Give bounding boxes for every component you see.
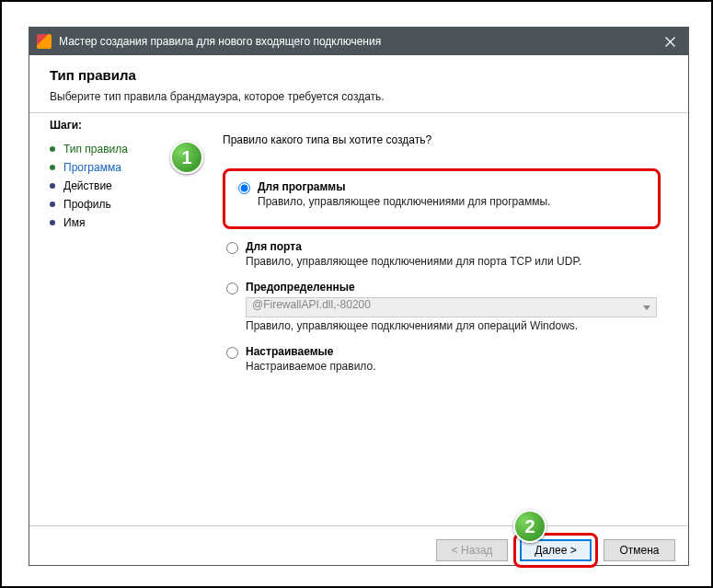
body: Шаги: Тип правила Программа Действие Про…	[29, 113, 688, 525]
wizard-window: Мастер создания правила для нового входя…	[29, 27, 689, 566]
titlebar: Мастер создания правила для нового входя…	[29, 28, 688, 55]
page-title: Тип правила	[50, 67, 668, 83]
bullet-icon	[50, 220, 55, 225]
option-title: Настраиваемые	[246, 345, 657, 358]
option-title: Предопределенные	[246, 281, 657, 294]
step-label: Действие	[63, 179, 112, 192]
step-name[interactable]: Имя	[50, 213, 213, 232]
callout-1: 1	[170, 141, 203, 174]
option-desc: Настраиваемое правило.	[246, 360, 657, 373]
radio-port[interactable]	[226, 242, 238, 254]
bullet-icon	[50, 202, 55, 207]
firewall-icon	[37, 34, 52, 49]
back-button[interactable]: < Назад	[436, 539, 508, 561]
content: Правило какого типа вы хотите создать? Д…	[213, 113, 688, 525]
bullet-icon	[50, 146, 55, 152]
window-title: Мастер создания правила для нового входя…	[59, 35, 651, 48]
step-label: Профиль	[63, 198, 111, 211]
option-desc: Правило, управляющее подключениями для о…	[246, 319, 657, 332]
option-desc: Правило, управляющее подключениями для п…	[246, 255, 657, 268]
option-desc: Правило, управляющее подключениями для п…	[258, 195, 645, 208]
option-port[interactable]: Для порта Правило, управляющее подключен…	[223, 238, 661, 270]
bullet-icon	[50, 183, 55, 189]
option-predefined[interactable]: Предопределенные @FirewallAPI.dll,-80200…	[223, 279, 661, 334]
sidebar-title: Шаги:	[50, 119, 213, 132]
radio-program[interactable]	[238, 182, 250, 194]
prompt-text: Правило какого типа вы хотите создать?	[223, 133, 661, 146]
cancel-button[interactable]: Отмена	[604, 539, 675, 561]
highlight-option-1: Для программы Правило, управляющее подкл…	[223, 168, 661, 229]
step-label: Программа	[63, 161, 121, 174]
option-title: Для программы	[258, 180, 645, 193]
step-action[interactable]: Действие	[50, 177, 213, 195]
sidebar: Шаги: Тип правила Программа Действие Про…	[29, 113, 213, 525]
step-profile[interactable]: Профиль	[50, 195, 213, 213]
radio-custom[interactable]	[226, 347, 238, 359]
callout-2: 2	[513, 510, 546, 543]
predefined-combo[interactable]: @FirewallAPI.dll,-80200	[246, 297, 657, 317]
header: Тип правила Выберите тип правила брандма…	[29, 55, 688, 112]
close-button[interactable]	[651, 28, 688, 55]
radio-predefined[interactable]	[226, 282, 238, 294]
page-subtitle: Выберите тип правила брандмауэра, которо…	[50, 90, 668, 103]
bullet-icon	[50, 165, 55, 170]
step-label: Тип правила	[63, 143, 128, 156]
option-custom[interactable]: Настраиваемые Настраиваемое правило.	[223, 343, 661, 375]
footer: < Назад Далее > Отмена	[29, 525, 688, 573]
close-icon	[665, 37, 675, 47]
option-title: Для порта	[246, 240, 657, 253]
step-label: Имя	[63, 216, 85, 229]
option-program[interactable]: Для программы Правило, управляющее подкл…	[235, 179, 649, 210]
screenshot-frame: Мастер создания правила для нового входя…	[0, 0, 713, 588]
